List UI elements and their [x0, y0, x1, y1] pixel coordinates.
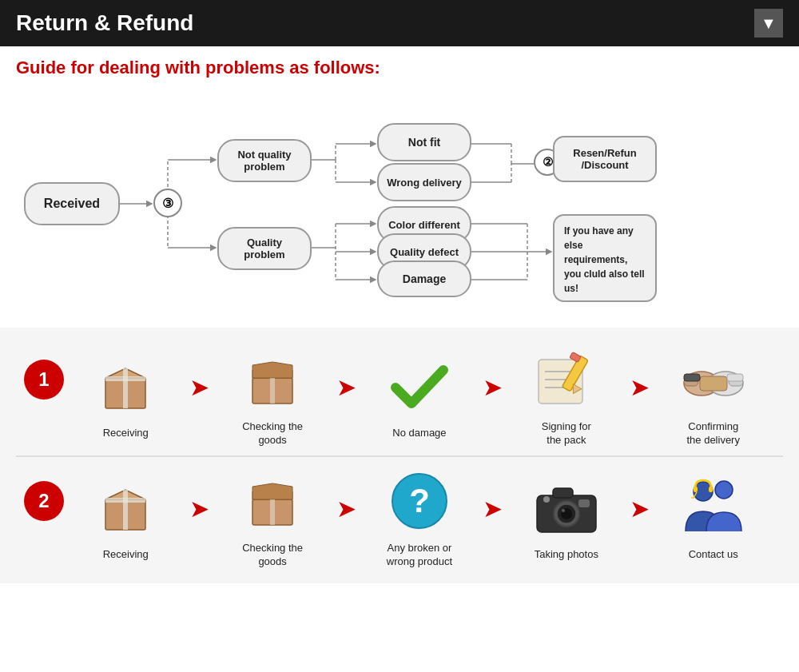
- svg-rect-64: [553, 488, 573, 498]
- step-row-1: 1 Receiving ➤: [0, 336, 799, 455]
- guide-title: Guide for dealing with problems as follo…: [16, 58, 783, 78]
- svg-rect-45: [700, 376, 727, 391]
- svg-rect-69: [694, 487, 698, 492]
- steps-section: 1 Receiving ➤: [0, 328, 799, 583]
- flowchart: Received ③ Not quality problem Quality p…: [16, 88, 783, 320]
- down-arrow-icon: ▼: [754, 9, 783, 38]
- step-label-nodamage: No damage: [392, 427, 446, 440]
- step-item-receiving-2: Receiving: [66, 471, 185, 562]
- received-box: Received: [24, 182, 120, 225]
- not-fit-box: Not fit: [377, 123, 471, 161]
- svg-rect-47: [727, 374, 743, 381]
- guide-section: Guide for dealing with problems as follo…: [0, 46, 799, 328]
- step-item-contact: Contact us: [654, 471, 773, 562]
- box-closed-icon-2: [81, 471, 169, 543]
- box-open-icon-1: [229, 344, 316, 416]
- step-item-question: ? Any broken orwrong product: [360, 465, 479, 569]
- arrow-1c: ➤: [483, 373, 503, 401]
- svg-point-66: [543, 496, 550, 503]
- person-headset-icon: [670, 471, 757, 543]
- damage-box: Damage: [377, 260, 471, 297]
- step-item-checking-2: Checking thegoods: [213, 465, 332, 569]
- requirements-box: If you have any else requirements, you c…: [553, 214, 657, 302]
- arrow-1b: ➤: [336, 373, 356, 401]
- circle-3: ③: [153, 189, 182, 217]
- quality-box: Quality problem: [217, 227, 312, 270]
- not-quality-box: Not quality problem: [217, 139, 312, 182]
- svg-rect-70: [709, 487, 713, 492]
- camera-icon: [523, 471, 610, 543]
- step-label-contact: Contact us: [689, 548, 738, 562]
- checkmark-icon: [376, 350, 463, 422]
- wrong-delivery-box: Wrong delivery: [377, 163, 471, 201]
- arrow-1d: ➤: [630, 373, 650, 401]
- step-items-2: Receiving ➤ Checking thegoods ➤: [64, 465, 775, 569]
- step-label-confirming: Confirmingthe delivery: [686, 420, 739, 447]
- header: Return & Refund ▼: [0, 0, 799, 46]
- step-label-checking-2: Checking thegoods: [242, 542, 303, 569]
- svg-rect-56: [270, 499, 275, 525]
- step-item-confirming: Confirmingthe delivery: [654, 344, 773, 447]
- resen-refund-box: Resen/Refun /Discount: [553, 136, 657, 182]
- question-circle-icon: ?: [376, 465, 463, 537]
- svg-rect-46: [684, 374, 700, 381]
- arrow-1a: ➤: [189, 373, 209, 401]
- step-item-checking-1: Checking thegoods: [213, 344, 332, 447]
- pencil-paper-icon: [523, 344, 610, 416]
- step-number-2: 2: [24, 481, 64, 521]
- svg-rect-28: [105, 376, 145, 381]
- box-open-icon-2: [229, 465, 316, 537]
- svg-rect-50: [123, 490, 128, 530]
- step-label-receiving-1: Receiving: [103, 427, 149, 440]
- arrow-2c: ➤: [483, 495, 503, 523]
- handshake-icon: [670, 344, 757, 416]
- arrow-2a: ➤: [189, 495, 209, 523]
- step-item-signing: Signing forthe pack: [507, 344, 626, 447]
- step-label-signing: Signing forthe pack: [542, 420, 591, 447]
- step-label-receiving-2: Receiving: [103, 548, 149, 562]
- step-label-camera: Taking photos: [535, 548, 598, 562]
- arrow-2d: ➤: [630, 495, 650, 523]
- svg-marker-55: [252, 483, 292, 499]
- svg-marker-32: [252, 362, 292, 378]
- step-label-checking-1: Checking thegoods: [242, 420, 303, 447]
- step-row-2: 2 Receiving ➤: [0, 457, 799, 577]
- svg-rect-51: [105, 498, 145, 503]
- svg-rect-27: [123, 368, 128, 408]
- svg-rect-65: [578, 499, 590, 507]
- step-items-1: Receiving ➤: [64, 344, 775, 447]
- page-title: Return & Refund: [16, 10, 193, 36]
- box-closed-icon-1: [81, 350, 169, 422]
- svg-text:?: ?: [409, 482, 430, 519]
- svg-rect-33: [270, 378, 275, 404]
- step-item-camera: Taking photos: [507, 471, 626, 562]
- svg-point-68: [715, 481, 733, 499]
- step-item-receiving-1: Receiving: [66, 350, 185, 440]
- arrow-2b: ➤: [336, 495, 356, 523]
- svg-point-63: [562, 509, 565, 512]
- step-item-nodamage: No damage: [360, 350, 479, 440]
- step-label-question: Any broken orwrong product: [387, 542, 452, 569]
- step-number-1: 1: [24, 360, 64, 400]
